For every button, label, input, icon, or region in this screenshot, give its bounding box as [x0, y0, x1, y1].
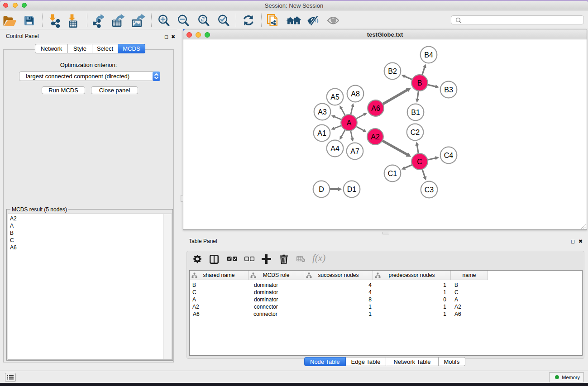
svg-text:A3: A3 [318, 108, 327, 116]
svg-text:B1: B1 [411, 109, 420, 116]
svg-text:f(x): f(x) [312, 254, 325, 263]
svg-text:A7: A7 [350, 148, 359, 155]
svg-text:A5: A5 [330, 93, 339, 101]
svg-text:D1: D1 [347, 186, 357, 193]
svg-text:A4: A4 [330, 145, 339, 152]
svg-text:D: D [319, 186, 324, 193]
svg-text:C2: C2 [411, 129, 420, 136]
svg-text:A1: A1 [317, 129, 326, 137]
svg-text:C1: C1 [388, 170, 397, 177]
svg-text:C: C [417, 158, 422, 166]
svg-text:B2: B2 [388, 67, 397, 75]
svg-text:B3: B3 [444, 86, 453, 94]
svg-text:C4: C4 [444, 152, 454, 159]
svg-text:A2: A2 [371, 133, 380, 141]
svg-text:A6: A6 [371, 105, 380, 112]
svg-text:A8: A8 [351, 90, 360, 98]
svg-text:B: B [417, 79, 422, 87]
svg-text:A: A [347, 119, 352, 127]
svg-text:B4: B4 [424, 51, 433, 59]
svg-text:C3: C3 [425, 186, 434, 194]
